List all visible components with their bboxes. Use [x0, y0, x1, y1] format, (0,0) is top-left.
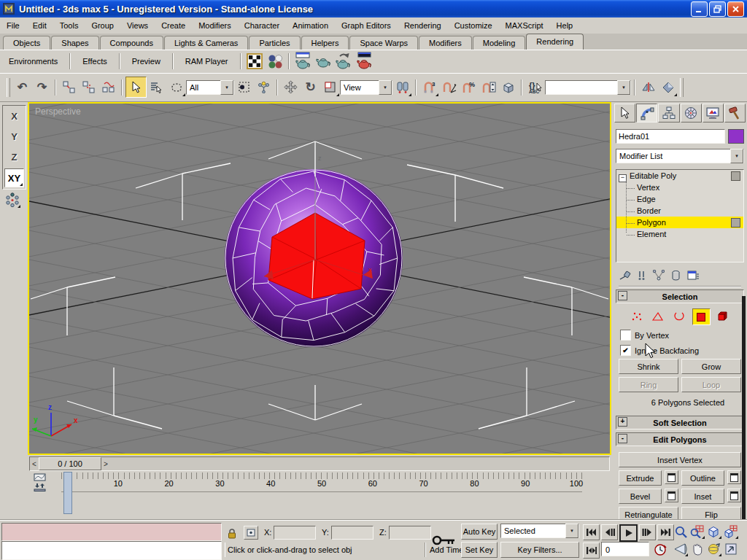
shelf-tab-modeling[interactable]: Modeling	[473, 36, 526, 50]
spinner-snap-button[interactable]	[479, 77, 498, 97]
object-name-field[interactable]: Hedra01	[616, 129, 725, 144]
restrict-x-button[interactable]: X	[5, 107, 23, 125]
named-selection-sets-button[interactable]	[498, 77, 518, 97]
make-unique-icon[interactable]	[653, 270, 665, 281]
menu-edit[interactable]: Edit	[26, 19, 53, 32]
tab-utilities[interactable]	[724, 104, 746, 122]
time-configuration-button[interactable]	[652, 542, 668, 558]
select-and-link-button[interactable]	[59, 77, 79, 97]
minimize-button[interactable]	[691, 1, 708, 17]
retriangulate-button[interactable]: Retriangulate	[619, 507, 678, 519]
next-frame-button[interactable]	[639, 524, 656, 540]
edge-subobject-button[interactable]	[650, 308, 667, 324]
snap-points-button[interactable]	[3, 191, 21, 209]
current-frame-marker[interactable]	[63, 472, 72, 514]
unlink-selection-button[interactable]	[79, 77, 98, 97]
field-of-view-button[interactable]	[672, 541, 689, 557]
y-coord-field[interactable]	[331, 526, 374, 540]
bevel-settings-button[interactable]	[665, 489, 678, 502]
stack-subobject-vertex[interactable]: Vertex	[616, 182, 743, 193]
menu-rendering[interactable]: Rendering	[398, 19, 448, 32]
ring-button[interactable]: Ring	[619, 377, 678, 392]
quick-render-button[interactable]	[313, 51, 333, 71]
stack-root-row[interactable]: −Editable Poly	[616, 170, 743, 182]
go-to-start-button[interactable]	[583, 524, 600, 540]
render-last-button[interactable]	[333, 51, 354, 71]
z-coord-field[interactable]	[389, 526, 431, 540]
previous-frame-button[interactable]	[601, 524, 618, 540]
named-selection-dropdown[interactable]: ▼	[545, 80, 631, 95]
shrink-button[interactable]: Shrink	[619, 359, 678, 374]
align-button[interactable]	[658, 77, 678, 97]
time-slider-track[interactable]: < 0 / 100 >	[29, 456, 610, 471]
shelf-button-effects[interactable]: Effects	[74, 54, 115, 69]
menu-group[interactable]: Group	[85, 19, 120, 32]
next-frame-arrow[interactable]: >	[101, 458, 110, 470]
tab-modify[interactable]	[636, 104, 657, 122]
zoom-button[interactable]	[672, 524, 689, 540]
absolute-offset-toggle[interactable]	[244, 526, 258, 540]
redo-button[interactable]: ↷	[32, 77, 52, 97]
close-button[interactable]	[727, 1, 744, 17]
arc-rotate-button[interactable]	[705, 541, 722, 557]
flip-button[interactable]: Flip	[681, 507, 741, 519]
keyboard-shortcut-override-button[interactable]: {}ABC	[525, 77, 545, 97]
set-key-button[interactable]: Set Key	[461, 542, 498, 558]
dropdown-arrow-icon[interactable]: ▼	[565, 524, 578, 538]
menu-character[interactable]: Character	[238, 19, 286, 32]
material-map-browser-button[interactable]	[265, 51, 285, 71]
menu-modifiers[interactable]: Modifiers	[192, 19, 238, 32]
dropdown-arrow-icon[interactable]: ▼	[379, 80, 392, 95]
maxscript-listener-output[interactable]	[1, 523, 222, 541]
track-bar-ruler[interactable]: 0102030405060708090100	[61, 472, 582, 492]
auto-key-button[interactable]: Auto Key	[461, 524, 498, 540]
restrict-xy-plane-button[interactable]: XY	[4, 168, 24, 187]
edit-polygons-rollout-header[interactable]: - Edit Polygons	[616, 432, 744, 446]
x-coord-field[interactable]	[274, 526, 316, 540]
dropdown-arrow-icon[interactable]: ▼	[617, 80, 630, 95]
menu-create[interactable]: Create	[155, 19, 192, 32]
object-color-swatch[interactable]	[728, 129, 744, 144]
track-bar[interactable]: 0102030405060708090100	[28, 472, 611, 493]
panel-scrollbar[interactable]	[742, 296, 746, 519]
render-scene-button[interactable]	[293, 51, 313, 71]
undo-button[interactable]: ↶	[12, 77, 32, 97]
select-and-scale-button[interactable]	[320, 77, 340, 97]
select-by-name-button[interactable]	[147, 77, 166, 97]
shelf-tab-compounds[interactable]: Compounds	[100, 36, 163, 50]
select-and-manipulate-button[interactable]	[254, 77, 274, 97]
selection-lock-button[interactable]	[226, 526, 238, 540]
border-subobject-button[interactable]	[671, 308, 688, 324]
selection-filter-dropdown[interactable]: All▼	[186, 80, 234, 95]
grow-button[interactable]: Grow	[681, 359, 741, 374]
outline-button[interactable]: Outline	[681, 470, 724, 486]
shelf-tab-objects[interactable]: Objects	[3, 36, 50, 50]
polygon-subobject-button[interactable]	[692, 308, 711, 325]
select-and-move-button[interactable]	[281, 77, 301, 97]
menu-file[interactable]: File	[0, 19, 26, 32]
snap-toggle-3d-button[interactable]: 3	[419, 77, 439, 97]
zoom-extents-all-button[interactable]	[722, 524, 739, 540]
shelf-button-preview[interactable]: Preview	[123, 54, 169, 69]
reference-coordsys-dropdown[interactable]: View▼	[340, 80, 392, 95]
menu-help[interactable]: Help	[550, 19, 580, 32]
restrict-z-button[interactable]: Z	[5, 148, 23, 166]
extrude-settings-button[interactable]	[665, 470, 678, 484]
dropdown-arrow-icon[interactable]: ▼	[730, 149, 743, 163]
current-frame-field[interactable]: 0	[601, 542, 649, 556]
activeshade-button[interactable]	[354, 51, 374, 71]
ignore-backfacing-row[interactable]: ✔ Ignore Backfacing	[620, 345, 747, 356]
tab-motion[interactable]	[681, 104, 702, 122]
remove-modifier-icon[interactable]	[671, 270, 681, 281]
soft-selection-rollout-header[interactable]: + Soft Selection	[616, 416, 744, 429]
percent-snap-button[interactable]: %	[459, 77, 479, 97]
viewport-label[interactable]: Perspective	[35, 106, 81, 117]
previous-frame-arrow[interactable]: <	[30, 458, 39, 470]
by-vertex-checkbox[interactable]	[620, 330, 631, 341]
mirror-button[interactable]	[638, 77, 658, 97]
material-editor-button[interactable]	[244, 51, 265, 71]
dropdown-arrow-icon[interactable]: ▼	[220, 80, 233, 95]
vertex-subobject-button[interactable]	[629, 308, 646, 324]
key-filters-button[interactable]: Key Filters...	[500, 542, 579, 558]
element-subobject-button[interactable]	[715, 308, 732, 324]
